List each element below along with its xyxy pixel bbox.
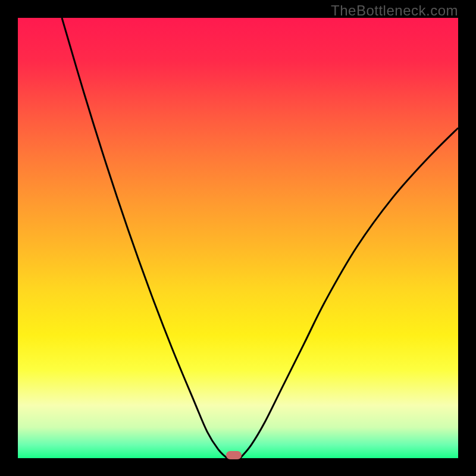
watermark-text: TheBottleneck.com [331, 2, 458, 19]
optimum-marker [226, 451, 242, 459]
curve-right-branch [240, 128, 458, 458]
curve-left-branch [62, 18, 227, 458]
chart-container: TheBottleneck.com [0, 0, 476, 476]
plot-area [18, 18, 458, 458]
bottleneck-curve [18, 18, 458, 458]
